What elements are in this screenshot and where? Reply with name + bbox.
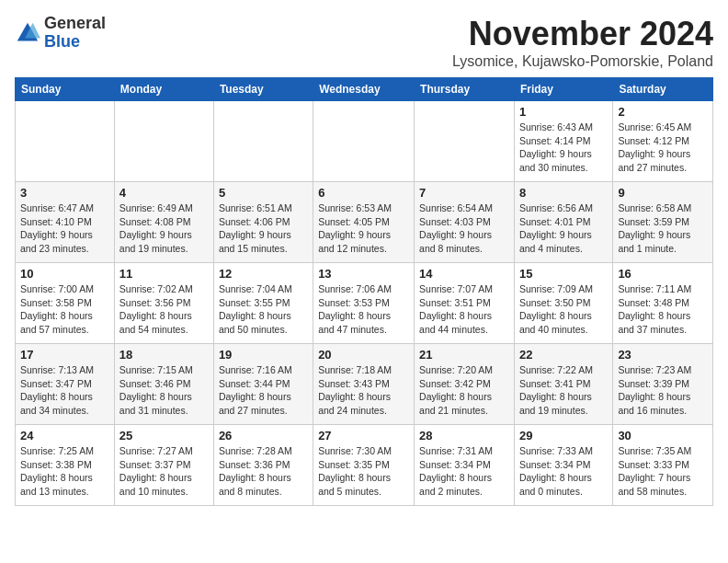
day-info: Sunrise: 7:15 AM Sunset: 3:46 PM Dayligh… [119, 363, 209, 418]
day-number: 15 [519, 267, 608, 281]
day-info: Sunrise: 7:18 AM Sunset: 3:43 PM Dayligh… [318, 363, 409, 418]
day-number: 8 [519, 186, 608, 200]
calendar-week-row: 24Sunrise: 7:25 AM Sunset: 3:38 PM Dayli… [16, 425, 713, 506]
day-info: Sunrise: 7:11 AM Sunset: 3:48 PM Dayligh… [618, 282, 708, 337]
calendar-week-row: 1Sunrise: 6:43 AM Sunset: 4:14 PM Daylig… [16, 101, 713, 182]
day-number: 3 [20, 186, 109, 200]
location-title: Lysomice, Kujawsko-Pomorskie, Poland [452, 53, 713, 70]
day-info: Sunrise: 7:31 AM Sunset: 3:34 PM Dayligh… [419, 444, 509, 499]
calendar-cell: 29Sunrise: 7:33 AM Sunset: 3:34 PM Dayli… [514, 425, 612, 506]
calendar-cell: 3Sunrise: 6:47 AM Sunset: 4:10 PM Daylig… [16, 182, 115, 263]
calendar-cell: 23Sunrise: 7:23 AM Sunset: 3:39 PM Dayli… [613, 344, 713, 425]
calendar-body: 1Sunrise: 6:43 AM Sunset: 4:14 PM Daylig… [16, 101, 713, 506]
day-info: Sunrise: 7:09 AM Sunset: 3:50 PM Dayligh… [519, 282, 608, 337]
day-info: Sunrise: 6:49 AM Sunset: 4:08 PM Dayligh… [119, 201, 209, 256]
day-info: Sunrise: 7:28 AM Sunset: 3:36 PM Dayligh… [219, 444, 308, 499]
day-number: 6 [318, 186, 409, 200]
calendar-cell: 4Sunrise: 6:49 AM Sunset: 4:08 PM Daylig… [114, 182, 213, 263]
day-info: Sunrise: 7:13 AM Sunset: 3:47 PM Dayligh… [20, 363, 109, 418]
calendar-cell [114, 101, 213, 182]
calendar-cell: 17Sunrise: 7:13 AM Sunset: 3:47 PM Dayli… [16, 344, 115, 425]
day-number: 2 [618, 105, 708, 119]
calendar-cell: 27Sunrise: 7:30 AM Sunset: 3:35 PM Dayli… [313, 425, 415, 506]
day-info: Sunrise: 6:43 AM Sunset: 4:14 PM Dayligh… [519, 121, 608, 175]
day-number: 11 [119, 267, 209, 281]
calendar-cell: 1Sunrise: 6:43 AM Sunset: 4:14 PM Daylig… [514, 101, 612, 182]
calendar: SundayMondayTuesdayWednesdayThursdayFrid… [15, 77, 713, 506]
day-info: Sunrise: 7:33 AM Sunset: 3:34 PM Dayligh… [519, 444, 608, 499]
weekday-header-cell: Tuesday [213, 78, 313, 101]
title-area: November 2024 Lysomice, Kujawsko-Pomorsk… [452, 15, 713, 70]
day-info: Sunrise: 6:53 AM Sunset: 4:05 PM Dayligh… [318, 201, 409, 256]
weekday-header-row: SundayMondayTuesdayWednesdayThursdayFrid… [16, 78, 713, 101]
calendar-cell: 5Sunrise: 6:51 AM Sunset: 4:06 PM Daylig… [213, 182, 313, 263]
calendar-cell: 6Sunrise: 6:53 AM Sunset: 4:05 PM Daylig… [313, 182, 415, 263]
day-info: Sunrise: 7:16 AM Sunset: 3:44 PM Dayligh… [219, 363, 308, 418]
day-info: Sunrise: 6:47 AM Sunset: 4:10 PM Dayligh… [20, 201, 109, 256]
day-number: 9 [618, 186, 708, 200]
day-info: Sunrise: 6:51 AM Sunset: 4:06 PM Dayligh… [219, 201, 308, 256]
day-number: 20 [318, 348, 409, 362]
month-title: November 2024 [452, 15, 713, 53]
weekday-header-cell: Monday [114, 78, 213, 101]
calendar-cell: 7Sunrise: 6:54 AM Sunset: 4:03 PM Daylig… [415, 182, 515, 263]
calendar-cell: 16Sunrise: 7:11 AM Sunset: 3:48 PM Dayli… [613, 263, 713, 344]
calendar-cell: 11Sunrise: 7:02 AM Sunset: 3:56 PM Dayli… [114, 263, 213, 344]
calendar-cell: 15Sunrise: 7:09 AM Sunset: 3:50 PM Dayli… [514, 263, 612, 344]
day-number: 26 [219, 429, 308, 442]
calendar-week-row: 3Sunrise: 6:47 AM Sunset: 4:10 PM Daylig… [16, 182, 713, 263]
day-number: 19 [219, 348, 308, 362]
day-number: 12 [219, 267, 308, 281]
day-number: 7 [419, 186, 509, 200]
day-info: Sunrise: 7:27 AM Sunset: 3:37 PM Dayligh… [119, 444, 209, 499]
day-number: 18 [119, 348, 209, 362]
calendar-cell: 19Sunrise: 7:16 AM Sunset: 3:44 PM Dayli… [213, 344, 313, 425]
day-number: 21 [419, 348, 509, 362]
day-number: 29 [519, 429, 608, 442]
day-number: 5 [219, 186, 308, 200]
logo: General Blue [15, 15, 106, 52]
day-number: 24 [20, 429, 109, 442]
day-info: Sunrise: 7:35 AM Sunset: 3:33 PM Dayligh… [618, 444, 708, 499]
day-info: Sunrise: 7:02 AM Sunset: 3:56 PM Dayligh… [119, 282, 209, 337]
day-info: Sunrise: 7:00 AM Sunset: 3:58 PM Dayligh… [20, 282, 109, 337]
weekday-header-cell: Saturday [613, 78, 713, 101]
weekday-header-cell: Wednesday [313, 78, 415, 101]
day-number: 17 [20, 348, 109, 362]
day-info: Sunrise: 7:07 AM Sunset: 3:51 PM Dayligh… [419, 282, 509, 337]
day-number: 13 [318, 267, 409, 281]
calendar-cell: 25Sunrise: 7:27 AM Sunset: 3:37 PM Dayli… [114, 425, 213, 506]
weekday-header-cell: Friday [514, 78, 612, 101]
calendar-week-row: 17Sunrise: 7:13 AM Sunset: 3:47 PM Dayli… [16, 344, 713, 425]
day-number: 14 [419, 267, 509, 281]
calendar-cell [313, 101, 415, 182]
calendar-cell: 24Sunrise: 7:25 AM Sunset: 3:38 PM Dayli… [16, 425, 115, 506]
calendar-cell: 2Sunrise: 6:45 AM Sunset: 4:12 PM Daylig… [613, 101, 713, 182]
day-info: Sunrise: 6:54 AM Sunset: 4:03 PM Dayligh… [419, 201, 509, 256]
calendar-cell: 22Sunrise: 7:22 AM Sunset: 3:41 PM Dayli… [514, 344, 612, 425]
calendar-cell [415, 101, 515, 182]
day-number: 22 [519, 348, 608, 362]
day-number: 25 [119, 429, 209, 442]
calendar-cell [213, 101, 313, 182]
day-number: 1 [519, 105, 608, 119]
day-info: Sunrise: 7:22 AM Sunset: 3:41 PM Dayligh… [519, 363, 608, 418]
day-info: Sunrise: 6:45 AM Sunset: 4:12 PM Dayligh… [618, 121, 708, 175]
calendar-cell: 12Sunrise: 7:04 AM Sunset: 3:55 PM Dayli… [213, 263, 313, 344]
day-number: 30 [618, 429, 708, 442]
day-info: Sunrise: 7:25 AM Sunset: 3:38 PM Dayligh… [20, 444, 109, 499]
day-number: 23 [618, 348, 708, 362]
day-info: Sunrise: 7:23 AM Sunset: 3:39 PM Dayligh… [618, 363, 708, 418]
day-number: 16 [618, 267, 708, 281]
day-info: Sunrise: 6:58 AM Sunset: 3:59 PM Dayligh… [618, 201, 708, 256]
calendar-cell: 10Sunrise: 7:00 AM Sunset: 3:58 PM Dayli… [16, 263, 115, 344]
calendar-cell: 21Sunrise: 7:20 AM Sunset: 3:42 PM Dayli… [415, 344, 515, 425]
calendar-cell: 8Sunrise: 6:56 AM Sunset: 4:01 PM Daylig… [514, 182, 612, 263]
calendar-cell: 30Sunrise: 7:35 AM Sunset: 3:33 PM Dayli… [613, 425, 713, 506]
day-info: Sunrise: 7:20 AM Sunset: 3:42 PM Dayligh… [419, 363, 509, 418]
calendar-cell: 9Sunrise: 6:58 AM Sunset: 3:59 PM Daylig… [613, 182, 713, 263]
weekday-header-cell: Sunday [16, 78, 115, 101]
logo-text: General Blue [44, 15, 106, 52]
logo-blue-text: Blue [44, 33, 106, 52]
day-number: 27 [318, 429, 409, 442]
